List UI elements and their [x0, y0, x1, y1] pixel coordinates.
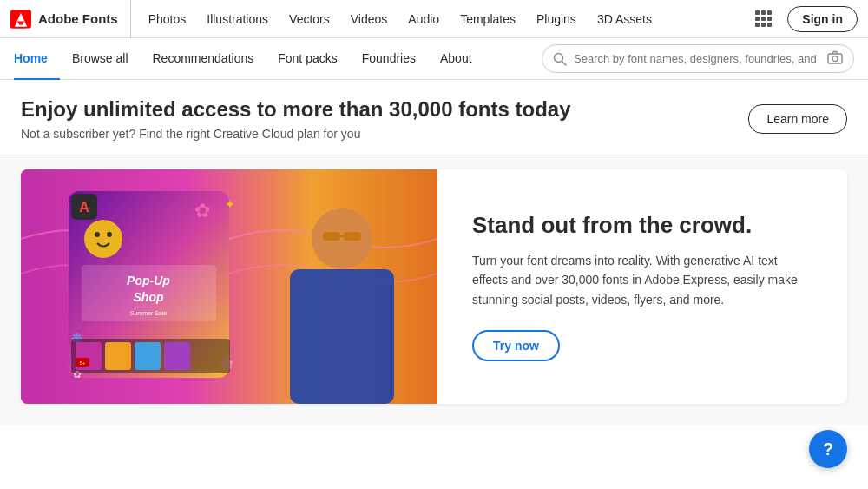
top-nav-videos[interactable]: Videos	[340, 0, 398, 38]
adobe-logo-icon	[10, 9, 31, 30]
search-bar	[542, 44, 854, 73]
svg-text:Summer Sale: Summer Sale	[130, 310, 168, 316]
top-nav-illustrations[interactable]: Illustrations	[196, 0, 279, 38]
camera-icon[interactable]	[827, 50, 843, 67]
svg-rect-12	[323, 232, 340, 241]
svg-text:A: A	[79, 200, 89, 215]
svg-text:✦: ✦	[225, 197, 235, 211]
apps-grid-button[interactable]	[749, 5, 777, 33]
top-nav-plugins[interactable]: Plugins	[526, 0, 587, 38]
sec-nav-font-packs[interactable]: Font packs	[266, 38, 349, 80]
top-nav-links: Photos Illustrations Vectors Videos Audi…	[135, 0, 750, 38]
svg-point-8	[832, 56, 838, 62]
sec-nav-about[interactable]: About	[428, 38, 484, 80]
svg-point-10	[312, 208, 372, 269]
svg-text:Shop: Shop	[134, 290, 164, 304]
top-nav-vectors[interactable]: Vectors	[279, 0, 340, 38]
promo-text: Enjoy unlimited access to more than 30,0…	[21, 97, 571, 141]
promo-subtext: Not a subscriber yet? Find the right Cre…	[21, 127, 571, 141]
grid-icon	[755, 10, 772, 27]
sec-nav-home[interactable]: Home	[14, 38, 60, 80]
feature-card-section: Pop-Up Shop Summer Sale A ✿ ❋ ✿ ✦ ✿	[0, 155, 868, 425]
feature-card-image: Pop-Up Shop Summer Sale A ✿ ❋ ✿ ✦ ✿	[21, 169, 437, 404]
learn-more-button[interactable]: Learn more	[748, 104, 847, 134]
svg-text:✿: ✿	[194, 200, 210, 221]
feature-card-content: Stand out from the crowd. Turn your font…	[437, 184, 847, 389]
feature-card-description: Turn your font dreams into reality. With…	[472, 251, 812, 309]
app-logo[interactable]: Adobe Fonts	[10, 0, 131, 38]
svg-text:5+: 5+	[80, 360, 86, 366]
card-image-inner: Pop-Up Shop Summer Sale A ✿ ❋ ✿ ✦ ✿	[21, 169, 437, 404]
svg-rect-34	[164, 342, 190, 370]
sign-in-button[interactable]: Sign in	[787, 6, 858, 32]
svg-rect-33	[135, 342, 161, 370]
svg-line-6	[562, 61, 567, 65]
search-icon	[553, 52, 567, 66]
sec-nav-links: Home Browse all Recommendations Font pac…	[14, 38, 542, 80]
search-input[interactable]	[574, 52, 820, 65]
sec-nav-foundries[interactable]: Foundries	[350, 38, 428, 80]
sec-nav-recommendations[interactable]: Recommendations	[141, 38, 266, 80]
promo-heading: Enjoy unlimited access to more than 30,0…	[21, 97, 571, 122]
top-nav-templates[interactable]: Templates	[450, 0, 526, 38]
svg-rect-7	[828, 54, 842, 63]
feature-card: Pop-Up Shop Summer Sale A ✿ ❋ ✿ ✦ ✿	[21, 169, 847, 404]
top-navigation: Adobe Fonts Photos Illustrations Vectors…	[0, 0, 868, 38]
svg-rect-11	[290, 269, 394, 404]
svg-point-18	[107, 232, 112, 237]
svg-text:Pop-Up: Pop-Up	[127, 274, 170, 287]
card-illustration: Pop-Up Shop Summer Sale A ✿ ❋ ✿ ✦ ✿	[21, 169, 437, 404]
top-nav-audio[interactable]: Audio	[398, 0, 450, 38]
try-now-button[interactable]: Try now	[472, 330, 560, 361]
feature-card-heading: Stand out from the crowd.	[472, 212, 812, 239]
top-nav-3d-assets[interactable]: 3D Assets	[587, 0, 662, 38]
app-name: Adobe Fonts	[38, 11, 118, 26]
promo-banner: Enjoy unlimited access to more than 30,0…	[0, 80, 868, 155]
svg-rect-32	[105, 342, 131, 370]
top-nav-right: Sign in	[749, 5, 858, 33]
svg-point-17	[95, 232, 100, 237]
sec-nav-browse-all[interactable]: Browse all	[60, 38, 141, 80]
top-nav-photos[interactable]: Photos	[138, 0, 197, 38]
svg-rect-13	[344, 232, 361, 241]
svg-point-16	[84, 220, 122, 258]
secondary-navigation: Home Browse all Recommendations Font pac…	[0, 38, 868, 80]
